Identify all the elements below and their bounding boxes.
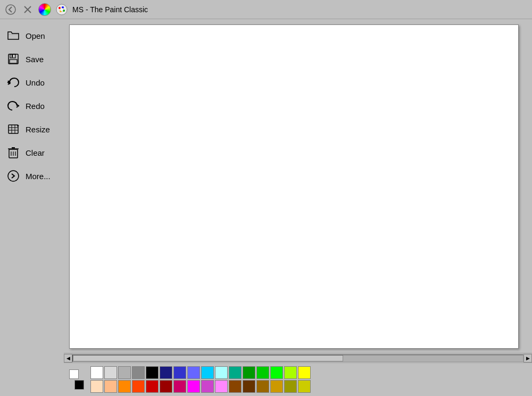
color-swatch[interactable] xyxy=(160,366,172,379)
color-wheel-icon xyxy=(38,3,51,16)
scroll-right-button[interactable]: ▶ xyxy=(523,354,532,363)
title-bar: MS - The Paint Classic xyxy=(0,0,532,19)
clear-label: Clear xyxy=(26,148,45,157)
color-swatch[interactable] xyxy=(90,380,103,393)
canvas-area: ◀ ▶ xyxy=(64,19,532,396)
color-swatch[interactable] xyxy=(243,366,255,379)
color-swatch[interactable] xyxy=(284,366,297,379)
sidebar-item-more[interactable]: More... xyxy=(0,165,64,187)
app-title: MS - The Paint Classic xyxy=(72,5,148,14)
hscroll-track[interactable] xyxy=(72,355,523,362)
svg-point-24 xyxy=(8,171,19,181)
color-swatch[interactable] xyxy=(104,380,117,393)
color-swatch[interactable] xyxy=(160,380,172,393)
color-swatch[interactable] xyxy=(229,366,242,379)
resize-label: Resize xyxy=(26,125,50,134)
color-swatch[interactable] xyxy=(256,380,269,393)
undo-label: Undo xyxy=(26,78,45,87)
color-swatch[interactable] xyxy=(146,366,159,379)
open-icon xyxy=(6,29,20,43)
color-swatch[interactable] xyxy=(201,366,214,379)
more-icon xyxy=(6,169,20,183)
color-swatch[interactable] xyxy=(215,366,228,379)
main-layout: Open Save Undo xyxy=(0,19,532,396)
color-swatch[interactable] xyxy=(256,366,269,379)
foreground-color[interactable] xyxy=(74,380,84,390)
color-swatch[interactable] xyxy=(132,366,145,379)
undo-icon xyxy=(6,75,20,89)
color-swatch[interactable] xyxy=(146,380,159,393)
color-swatch[interactable] xyxy=(118,380,131,393)
back-button[interactable] xyxy=(4,3,17,16)
sidebar-item-undo[interactable]: Undo xyxy=(0,71,64,94)
sidebar: Open Save Undo xyxy=(0,19,64,396)
palette-row xyxy=(68,366,528,393)
sidebar-item-resize[interactable]: Resize xyxy=(0,118,64,140)
color-swatch[interactable] xyxy=(284,380,297,393)
color-swatch[interactable] xyxy=(104,366,117,379)
color-swatch[interactable] xyxy=(215,380,228,393)
hscroll-thumb[interactable] xyxy=(73,355,343,361)
color-swatch[interactable] xyxy=(118,366,131,379)
background-color[interactable] xyxy=(69,369,79,379)
color-row-1 xyxy=(90,366,311,379)
color-swatch[interactable] xyxy=(201,380,214,393)
open-label: Open xyxy=(26,31,45,40)
scroll-left-button[interactable]: ◀ xyxy=(64,354,72,363)
svg-rect-12 xyxy=(12,55,13,57)
color-row-2 xyxy=(90,380,311,393)
color-swatch[interactable] xyxy=(187,366,200,379)
clear-icon xyxy=(6,146,20,159)
color-swatch[interactable] xyxy=(173,380,186,393)
sidebar-item-redo[interactable]: Redo xyxy=(0,95,64,117)
color-swatch[interactable] xyxy=(243,380,255,393)
canvas-container[interactable] xyxy=(64,19,532,353)
redo-label: Redo xyxy=(26,102,45,111)
color-swatch[interactable] xyxy=(270,380,283,393)
color-swatch[interactable] xyxy=(132,380,145,393)
color-swatch[interactable] xyxy=(298,366,311,379)
more-label: More... xyxy=(26,172,51,181)
save-icon xyxy=(6,52,20,66)
palette-area xyxy=(64,363,532,396)
palette-rows-container xyxy=(90,366,311,393)
color-swatch[interactable] xyxy=(173,366,186,379)
sidebar-item-clear[interactable]: Clear xyxy=(0,141,64,164)
close-button[interactable] xyxy=(21,3,34,16)
sidebar-item-open[interactable]: Open xyxy=(0,24,64,47)
color-swatch[interactable] xyxy=(298,380,311,393)
color-swatch[interactable] xyxy=(90,366,103,379)
color-swatch[interactable] xyxy=(229,380,242,393)
sidebar-item-save[interactable]: Save xyxy=(0,48,64,70)
app-icon xyxy=(55,3,68,16)
svg-point-8 xyxy=(60,8,63,11)
svg-rect-11 xyxy=(10,60,17,63)
drawing-canvas[interactable] xyxy=(69,24,519,349)
resize-icon xyxy=(6,122,20,136)
color-indicator xyxy=(68,367,86,392)
redo-icon xyxy=(6,99,20,113)
svg-rect-13 xyxy=(9,125,18,133)
color-swatch[interactable] xyxy=(187,380,200,393)
save-label: Save xyxy=(26,55,44,64)
hscroll-area: ◀ ▶ xyxy=(64,353,532,363)
color-swatch[interactable] xyxy=(270,366,283,379)
svg-point-0 xyxy=(6,5,15,14)
